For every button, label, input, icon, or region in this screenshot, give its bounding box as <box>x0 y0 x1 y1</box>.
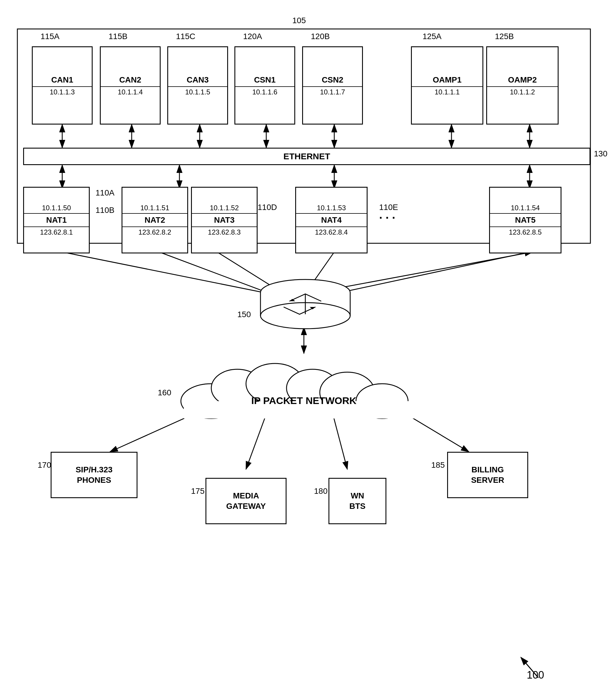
network-diagram: 105 115A CAN1 10.1.1.3 115B CAN2 10.1.1.… <box>0 0 615 700</box>
can2-label: CAN2 <box>118 74 142 86</box>
csn2-box: CSN2 10.1.1.7 <box>302 46 363 125</box>
ref-180: 180 <box>314 487 328 496</box>
ref-150: 150 <box>237 310 251 319</box>
can2-box: CAN2 10.1.1.4 <box>100 46 161 125</box>
sip-phones-box: SIP/H.323PHONES <box>51 452 138 498</box>
nat1-box: 10.1.1.50 NAT1 123.62.8.1 <box>23 187 90 253</box>
nat5-ip-bot: 123.62.8.5 <box>490 226 561 237</box>
ref-110b: 110B <box>95 205 114 215</box>
ref-100-arrow <box>492 652 550 680</box>
can3-ip: 10.1.1.5 <box>168 86 227 97</box>
nat2-ip-bot: 123.62.8.2 <box>123 226 187 237</box>
csn2-ip: 10.1.1.7 <box>303 86 362 97</box>
ref-125b: 125B <box>495 32 514 41</box>
ref-115b: 115B <box>108 32 127 41</box>
svg-text:IP PACKET NETWORK: IP PACKET NETWORK <box>251 395 357 406</box>
csn2-label: CSN2 <box>321 74 345 86</box>
router <box>255 278 356 330</box>
oamp2-label: OAMP2 <box>507 74 538 86</box>
svg-line-43 <box>521 658 538 678</box>
can1-ip: 10.1.1.3 <box>33 86 92 97</box>
csn1-ip: 10.1.1.6 <box>235 86 294 97</box>
ref-115c: 115C <box>176 32 195 41</box>
nat4-ip-bot: 123.62.8.4 <box>296 226 367 237</box>
sip-phones-label: SIP/H.323PHONES <box>73 462 115 488</box>
nat1-ip-bot: 123.62.8.1 <box>24 226 89 237</box>
ref-120b: 120B <box>311 32 330 41</box>
nat3-ip-top: 10.1.1.52 <box>192 203 257 214</box>
can1-label: CAN1 <box>50 74 74 86</box>
ref-170: 170 <box>38 461 51 470</box>
svg-line-18 <box>327 252 530 296</box>
oamp1-label: OAMP1 <box>432 74 463 86</box>
billing-server-label: BILLINGSERVER <box>468 462 507 488</box>
ref-110e: 110E <box>379 203 398 212</box>
ref-130: 130 <box>594 149 607 159</box>
oamp2-ip: 10.1.1.2 <box>487 86 558 97</box>
nat2-ip-top: 10.1.1.51 <box>123 203 187 214</box>
ref-160: 160 <box>158 388 171 397</box>
nat3-label: NAT3 <box>213 214 235 226</box>
nat5-ip-top: 10.1.1.54 <box>490 203 561 214</box>
ref-185: 185 <box>431 461 445 470</box>
oamp2-box: OAMP2 10.1.1.2 <box>486 46 559 125</box>
svg-line-19 <box>330 252 533 290</box>
nat4-label: NAT4 <box>320 214 343 226</box>
ref-110d: 110D <box>258 203 277 212</box>
can3-box: CAN3 10.1.1.5 <box>167 46 228 125</box>
nat1-ip-top: 10.1.1.50 <box>24 203 89 214</box>
ethernet-label: ETHERNET <box>283 151 330 161</box>
media-gateway-label: MEDIAGATEWAY <box>223 488 269 514</box>
can3-label: CAN3 <box>185 74 210 86</box>
ref-105: 105 <box>292 16 306 25</box>
wn-bts-box: WNBTS <box>329 478 386 524</box>
nat5-label: NAT5 <box>514 214 537 226</box>
nat2-label: NAT2 <box>143 214 166 226</box>
ethernet-bar: ETHERNET <box>23 148 590 165</box>
ref-115a: 115A <box>40 32 59 41</box>
oamp1-box: OAMP1 10.1.1.1 <box>411 46 483 125</box>
ref-110a: 110A <box>95 188 114 198</box>
csn1-label: CSN1 <box>253 74 277 86</box>
nat2-box: 10.1.1.51 NAT2 123.62.8.2 <box>121 187 188 253</box>
ip-network-cloud: IP PACKET NETWORK <box>174 348 434 429</box>
ellipsis: · · · <box>379 211 395 224</box>
csn1-box: CSN1 10.1.1.6 <box>234 46 295 125</box>
ref-125a: 125A <box>423 32 441 41</box>
can1-box: CAN1 10.1.1.3 <box>32 46 93 125</box>
billing-server-box: BILLINGSERVER <box>447 452 528 498</box>
can2-ip: 10.1.1.4 <box>101 86 160 97</box>
svg-line-14 <box>62 252 278 296</box>
ref-175: 175 <box>191 487 205 496</box>
media-gateway-box: MEDIAGATEWAY <box>205 478 286 524</box>
nat4-box: 10.1.1.53 NAT4 123.62.8.4 <box>295 187 368 253</box>
oamp1-ip: 10.1.1.1 <box>412 86 483 97</box>
nat4-ip-top: 10.1.1.53 <box>296 203 367 214</box>
nat1-label: NAT1 <box>45 214 68 226</box>
ref-120a: 120A <box>243 32 262 41</box>
nat5-box: 10.1.1.54 NAT5 123.62.8.5 <box>489 187 562 253</box>
wn-bts-label: WNBTS <box>346 488 369 514</box>
nat3-ip-bot: 123.62.8.3 <box>192 226 257 237</box>
nat3-box: 10.1.1.52 NAT3 123.62.8.3 <box>191 187 258 253</box>
